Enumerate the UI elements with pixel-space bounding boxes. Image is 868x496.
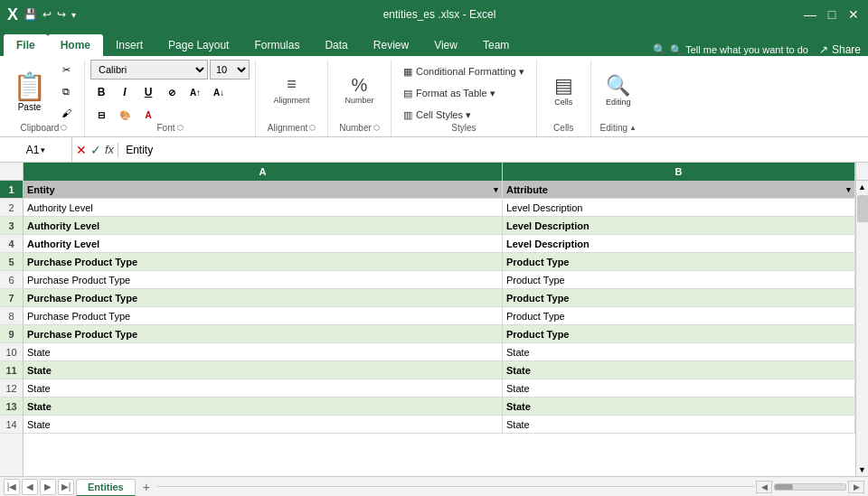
formula-input[interactable] bbox=[118, 144, 868, 156]
horizontal-scrollbar[interactable] bbox=[774, 483, 846, 491]
data-cell-4a[interactable]: Authority Level bbox=[24, 235, 503, 253]
undo-icon[interactable]: ↩ bbox=[42, 8, 52, 21]
data-cell-13b[interactable]: State bbox=[503, 398, 855, 416]
col-header-b[interactable]: B bbox=[503, 163, 855, 181]
format-as-table-button[interactable]: ▤ Format as Table ▾ bbox=[397, 83, 531, 103]
scroll-up-button[interactable]: ▲ bbox=[856, 181, 868, 193]
tab-team[interactable]: Team bbox=[470, 34, 522, 56]
format-painter-button[interactable]: 🖌 bbox=[53, 103, 79, 123]
copy-button[interactable]: ⧉ bbox=[53, 81, 79, 101]
font-size-select[interactable]: 10 bbox=[210, 60, 250, 80]
cut-button[interactable]: ✂ bbox=[53, 60, 79, 80]
font-expand-icon[interactable]: ⬡ bbox=[177, 124, 184, 132]
data-cell-5a[interactable]: Purchase Product Type bbox=[24, 253, 503, 271]
data-cell-14b[interactable]: State bbox=[503, 416, 855, 434]
data-cell-12a[interactable]: State bbox=[24, 379, 503, 398]
col-header-a[interactable]: A bbox=[24, 163, 503, 181]
cell-reference-box[interactable]: A1 ▾ bbox=[0, 137, 72, 162]
tab-data[interactable]: Data bbox=[312, 34, 360, 56]
row-num-2: 2 bbox=[0, 199, 23, 217]
data-cell-3b[interactable]: Level Description bbox=[503, 217, 855, 235]
tab-page-layout[interactable]: Page Layout bbox=[156, 34, 241, 56]
minimize-button[interactable]: — bbox=[803, 7, 817, 22]
formula-cancel-button[interactable]: ✕ bbox=[76, 143, 87, 157]
data-cell-13a[interactable]: State bbox=[24, 398, 503, 416]
close-button[interactable]: ✕ bbox=[846, 7, 861, 22]
row-num-5: 5 bbox=[0, 253, 23, 271]
sheet-nav-last[interactable]: ▶| bbox=[58, 479, 74, 495]
paste-button[interactable]: 📋 Paste bbox=[9, 69, 50, 114]
data-cell-7b[interactable]: Product Type bbox=[503, 289, 855, 307]
font-size-dec-button[interactable]: A↓ bbox=[208, 82, 230, 102]
redo-icon[interactable]: ↪ bbox=[57, 8, 66, 21]
col-a-label: A bbox=[259, 166, 267, 177]
data-cell-9a[interactable]: Purchase Product Type bbox=[24, 325, 503, 343]
header-dropdown-icon[interactable]: ▾ bbox=[494, 185, 498, 194]
scroll-right-button[interactable]: ▶ bbox=[848, 481, 864, 493]
cells-button[interactable]: ▤ Cells bbox=[546, 70, 581, 111]
data-cell-10b[interactable]: State bbox=[503, 343, 855, 361]
data-cell-12b[interactable]: State bbox=[503, 379, 855, 398]
data-cell-8b[interactable]: Product Type bbox=[503, 307, 855, 325]
data-cell-2b[interactable]: Level Description bbox=[503, 199, 855, 217]
editing-collapse-icon[interactable]: ▲ bbox=[629, 124, 637, 132]
data-cell-6b[interactable]: Product Type bbox=[503, 271, 855, 289]
data-cell-7a[interactable]: Purchase Product Type bbox=[24, 289, 503, 307]
formula-confirm-button[interactable]: ✓ bbox=[90, 143, 101, 157]
header-cell-b[interactable]: Attribute ▾ bbox=[503, 181, 855, 199]
data-cell-6a[interactable]: Purchase Product Type bbox=[24, 271, 503, 289]
tab-home[interactable]: Home bbox=[48, 34, 103, 56]
sheet-nav-prev[interactable]: ◀ bbox=[22, 479, 38, 495]
data-cell-8a[interactable]: Purchase Product Type bbox=[24, 307, 503, 325]
alignment-expand-icon[interactable]: ⬡ bbox=[309, 124, 316, 132]
save-icon[interactable]: 💾 bbox=[24, 8, 37, 21]
strikethrough-button[interactable]: ⊘ bbox=[161, 82, 183, 102]
data-cell-11a[interactable]: State bbox=[24, 361, 503, 379]
vertical-scrollbar[interactable]: ▲ ▼ bbox=[855, 181, 868, 476]
tab-formulas[interactable]: Formulas bbox=[241, 34, 312, 56]
number-button[interactable]: % Number bbox=[338, 69, 382, 112]
font-size-inc-button[interactable]: A↑ bbox=[184, 82, 206, 102]
maximize-button[interactable]: □ bbox=[825, 7, 839, 22]
tab-file[interactable]: File bbox=[4, 34, 48, 56]
clipboard-expand-icon[interactable]: ⬡ bbox=[61, 124, 67, 132]
number-expand-icon[interactable]: ⬡ bbox=[373, 124, 380, 132]
scroll-left-button[interactable]: ◀ bbox=[756, 481, 772, 493]
sheet-nav-next[interactable]: ▶ bbox=[40, 479, 56, 495]
cell-ref-dropdown-icon[interactable]: ▾ bbox=[41, 145, 45, 154]
data-cell-14a[interactable]: State bbox=[24, 416, 503, 434]
tab-view[interactable]: View bbox=[421, 34, 470, 56]
sheet-nav-first[interactable]: |◀ bbox=[4, 479, 20, 495]
add-sheet-button[interactable]: + bbox=[137, 478, 156, 496]
conditional-formatting-button[interactable]: ▦ Conditional Formatting ▾ bbox=[397, 61, 531, 81]
header-cell-a[interactable]: Entity ▾ bbox=[24, 181, 503, 199]
scroll-h-thumb[interactable] bbox=[775, 484, 793, 490]
alignment-button[interactable]: ≡ Alignment bbox=[269, 69, 315, 112]
tell-me-input[interactable]: 🔍 🔍 Tell me what you want to do bbox=[653, 43, 808, 56]
sheet-tab-entities[interactable]: Entities bbox=[76, 479, 136, 497]
data-cell-11b[interactable]: State bbox=[503, 361, 855, 379]
italic-button[interactable]: I bbox=[114, 82, 136, 102]
editing-button[interactable]: 🔍 Editing bbox=[599, 70, 638, 110]
font-color-button[interactable]: A bbox=[137, 105, 159, 125]
data-cell-3a[interactable]: Authority Level bbox=[24, 217, 503, 235]
data-cell-5b[interactable]: Product Type bbox=[503, 253, 855, 271]
header-b-dropdown-icon[interactable]: ▾ bbox=[846, 185, 851, 194]
cell-styles-button[interactable]: ▥ Cell Styles ▾ bbox=[397, 105, 531, 125]
underline-button[interactable]: U bbox=[137, 82, 159, 102]
tab-insert[interactable]: Insert bbox=[103, 34, 156, 56]
font-family-select[interactable]: Calibri bbox=[90, 60, 208, 80]
tab-review[interactable]: Review bbox=[361, 34, 421, 56]
scroll-down-button[interactable]: ▼ bbox=[856, 463, 868, 476]
fill-color-button[interactable]: 🎨 bbox=[114, 105, 136, 125]
data-cell-2a[interactable]: Authority Level bbox=[24, 199, 503, 217]
borders-button[interactable]: ⊟ bbox=[90, 105, 112, 125]
data-cell-10a[interactable]: State bbox=[24, 343, 503, 361]
data-cell-4b[interactable]: Level Description bbox=[503, 235, 855, 253]
bold-button[interactable]: B bbox=[90, 82, 112, 102]
scroll-thumb[interactable] bbox=[857, 195, 868, 222]
share-label: Share bbox=[832, 43, 861, 56]
formula-fx-button[interactable]: fx bbox=[105, 143, 114, 156]
data-cell-9b[interactable]: Product Type bbox=[503, 325, 855, 343]
share-button[interactable]: ↗ Share bbox=[819, 43, 861, 56]
